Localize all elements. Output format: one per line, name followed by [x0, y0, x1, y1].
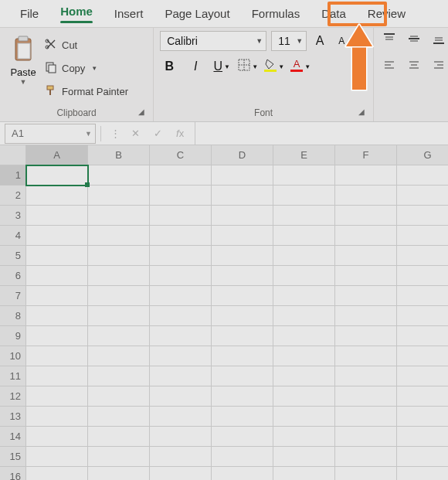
- cell[interactable]: [273, 246, 335, 266]
- borders-button[interactable]: ▼: [239, 57, 257, 76]
- cell[interactable]: [212, 286, 273, 306]
- cell[interactable]: [397, 246, 448, 266]
- cell[interactable]: [212, 165, 273, 186]
- cell[interactable]: [397, 326, 448, 346]
- enter-icon[interactable]: ✓: [154, 128, 162, 139]
- align-bottom-button[interactable]: [429, 31, 448, 49]
- cell[interactable]: [150, 286, 212, 306]
- cell[interactable]: [212, 386, 273, 407]
- cell[interactable]: [212, 326, 273, 346]
- cell[interactable]: [150, 447, 212, 467]
- cell[interactable]: [397, 206, 448, 226]
- cell[interactable]: [273, 165, 335, 186]
- cell[interactable]: [397, 346, 448, 366]
- row-header[interactable]: 5: [0, 246, 26, 266]
- column-header[interactable]: A: [26, 145, 88, 165]
- cell[interactable]: [212, 266, 273, 286]
- cell[interactable]: [26, 165, 88, 186]
- cell[interactable]: [335, 246, 397, 266]
- cell[interactable]: [26, 206, 88, 226]
- cell[interactable]: [335, 366, 397, 386]
- cell[interactable]: [397, 165, 448, 186]
- fx-icon[interactable]: fx: [176, 128, 184, 139]
- ribbon-tab-home[interactable]: Home: [49, 0, 104, 29]
- cell[interactable]: [150, 306, 212, 326]
- cell[interactable]: [335, 467, 397, 480]
- cell[interactable]: [273, 386, 335, 407]
- row-header[interactable]: 15: [0, 447, 26, 467]
- cell[interactable]: [88, 467, 150, 480]
- ribbon-tab-insert[interactable]: Insert: [104, 1, 154, 26]
- row-header[interactable]: 13: [0, 407, 26, 427]
- underline-button[interactable]: U▼: [212, 57, 231, 76]
- column-header[interactable]: F: [335, 145, 397, 165]
- format-painter-button[interactable]: Format Painter: [45, 82, 128, 100]
- cell[interactable]: [273, 306, 335, 326]
- cell[interactable]: [397, 306, 448, 326]
- cell[interactable]: [26, 326, 88, 346]
- column-header[interactable]: D: [212, 145, 273, 165]
- name-box[interactable]: A1 ▼: [5, 124, 96, 144]
- cell[interactable]: [397, 407, 448, 427]
- cell[interactable]: [26, 306, 88, 326]
- italic-button[interactable]: I: [186, 57, 205, 76]
- column-header[interactable]: G: [397, 145, 448, 165]
- ribbon-tab-formulas[interactable]: Formulas: [241, 1, 311, 26]
- cell[interactable]: [88, 306, 150, 326]
- row-header[interactable]: 12: [0, 386, 26, 407]
- row-header[interactable]: 9: [0, 326, 26, 346]
- cell[interactable]: [335, 386, 397, 407]
- align-left-button[interactable]: [380, 57, 399, 76]
- dialog-launcher-font[interactable]: ◢: [356, 107, 367, 118]
- cell[interactable]: [273, 346, 335, 366]
- font-name-combo[interactable]: Calibri ▼: [160, 31, 266, 51]
- cell[interactable]: [88, 226, 150, 246]
- font-size-combo[interactable]: 11 ▼: [271, 31, 307, 51]
- cell[interactable]: [397, 226, 448, 246]
- fill-color-button[interactable]: ▼: [265, 57, 283, 76]
- cell[interactable]: [26, 467, 88, 480]
- cell[interactable]: [88, 407, 150, 427]
- cell[interactable]: [88, 427, 150, 447]
- cell[interactable]: [335, 326, 397, 346]
- align-center-button[interactable]: [405, 57, 423, 76]
- cell[interactable]: [150, 206, 212, 226]
- cell[interactable]: [212, 467, 273, 480]
- cell[interactable]: [273, 366, 335, 386]
- ribbon-tab-data[interactable]: Data: [311, 1, 357, 26]
- cell[interactable]: [26, 407, 88, 427]
- cell[interactable]: [273, 326, 335, 346]
- cell[interactable]: [88, 266, 150, 286]
- cell[interactable]: [212, 306, 273, 326]
- row-header[interactable]: 16: [0, 467, 26, 480]
- cell[interactable]: [150, 386, 212, 407]
- cell[interactable]: [335, 427, 397, 447]
- cell[interactable]: [335, 266, 397, 286]
- cell[interactable]: [26, 427, 88, 447]
- cell[interactable]: [335, 407, 397, 427]
- cell[interactable]: [88, 346, 150, 366]
- row-header[interactable]: 1: [0, 165, 26, 186]
- cell[interactable]: [335, 346, 397, 366]
- cell[interactable]: [212, 447, 273, 467]
- row-header[interactable]: 8: [0, 306, 26, 326]
- row-header[interactable]: 2: [0, 186, 26, 206]
- ribbon-tab-review[interactable]: Review: [357, 1, 416, 26]
- cell[interactable]: [150, 246, 212, 266]
- cell[interactable]: [212, 206, 273, 226]
- align-middle-button[interactable]: [405, 31, 423, 49]
- cell[interactable]: [212, 226, 273, 246]
- cell[interactable]: [150, 326, 212, 346]
- cell[interactable]: [88, 206, 150, 226]
- cell[interactable]: [150, 266, 212, 286]
- cell[interactable]: [26, 346, 88, 366]
- cell[interactable]: [273, 447, 335, 467]
- row-header[interactable]: 6: [0, 266, 26, 286]
- cell[interactable]: [150, 407, 212, 427]
- align-top-button[interactable]: [380, 31, 399, 49]
- cell[interactable]: [273, 266, 335, 286]
- cell[interactable]: [273, 286, 335, 306]
- cell[interactable]: [88, 186, 150, 206]
- cell[interactable]: [212, 186, 273, 206]
- cell[interactable]: [273, 467, 335, 480]
